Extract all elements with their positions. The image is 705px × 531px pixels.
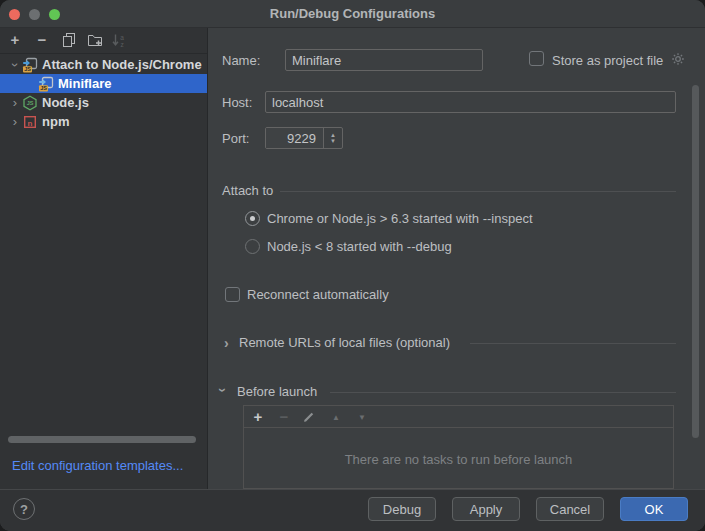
store-as-project-file-checkbox[interactable] [529, 51, 544, 66]
port-label: Port: [222, 131, 249, 146]
apply-button[interactable]: Apply [452, 497, 520, 521]
plus-icon: + [11, 32, 20, 48]
run-debug-configurations-dialog: Run/Debug Configurations + − [0, 0, 705, 531]
tree-item-label: Miniflare [58, 76, 111, 91]
tree-item-label: Attach to Node.js/Chrome [42, 57, 202, 72]
tree-item-miniflare[interactable]: JS Miniflare [0, 74, 207, 93]
name-input[interactable] [285, 49, 483, 71]
dialog-footer: ? Debug Apply Cancel OK [0, 489, 705, 531]
minus-icon: − [280, 409, 289, 425]
attach-config-icon: JS [22, 57, 38, 73]
name-label: Name: [222, 53, 260, 68]
vertical-scrollbar-thumb[interactable] [692, 85, 699, 438]
section-divider [470, 343, 676, 344]
remote-urls-section-title[interactable]: Remote URLs of local files (optional) [239, 335, 450, 350]
reconnect-automatically-row[interactable]: Reconnect automatically [225, 285, 389, 303]
configurations-tree: › JS Attach to Node.js/Chrome [0, 55, 207, 131]
section-divider [280, 191, 676, 192]
before-launch-panel: + − ▲ ▼ [243, 405, 674, 489]
reconnect-automatically-label: Reconnect automatically [247, 287, 389, 302]
new-folder-icon [87, 32, 103, 48]
add-task-button[interactable]: + [250, 409, 266, 425]
copy-icon [61, 32, 77, 48]
move-task-down-button[interactable]: ▼ [354, 409, 370, 425]
chevron-right-icon[interactable]: › [8, 96, 22, 110]
section-divider [330, 392, 676, 393]
arrow-up-icon: ▲ [332, 413, 340, 422]
port-stepper[interactable]: ▲ ▼ [323, 128, 342, 148]
store-as-project-file-label: Store as project file [552, 53, 663, 68]
help-button[interactable]: ? [13, 498, 35, 520]
before-launch-section-title[interactable]: Before launch [237, 384, 317, 399]
plus-icon: + [254, 409, 263, 425]
edit-configuration-templates-link[interactable]: Edit configuration templates... [12, 458, 183, 473]
radio-option-debug[interactable]: Node.js < 8 started with --debug [245, 237, 452, 255]
configurations-sidebar: + − [0, 28, 208, 489]
radio-selected-icon[interactable] [245, 211, 260, 226]
tree-item-nodejs[interactable]: › JS Node.js [2, 93, 207, 112]
chevron-right-icon[interactable]: › [8, 115, 22, 129]
nodejs-icon: JS [22, 95, 38, 111]
radio-unselected-icon[interactable] [245, 239, 260, 254]
host-label: Host: [222, 95, 252, 110]
add-configuration-button[interactable]: + [7, 32, 23, 48]
svg-text:n: n [28, 118, 33, 127]
svg-text:a: a [120, 34, 124, 41]
svg-text:JS: JS [27, 100, 34, 106]
new-folder-button[interactable] [87, 32, 103, 48]
port-input[interactable] [266, 128, 323, 148]
titlebar: Run/Debug Configurations [0, 0, 705, 28]
horizontal-scrollbar-thumb[interactable] [8, 436, 196, 443]
cancel-button[interactable]: Cancel [536, 497, 604, 521]
radio-label: Node.js < 8 started with --debug [267, 239, 452, 254]
tree-item-attach-to-nodejs-chrome[interactable]: › JS Attach to Node.js/Chrome [2, 55, 207, 74]
debug-button[interactable]: Debug [368, 497, 436, 521]
tree-item-label: npm [42, 114, 69, 129]
reconnect-automatically-checkbox[interactable] [225, 287, 240, 302]
edit-task-button[interactable] [302, 409, 318, 425]
svg-text:JS: JS [40, 85, 47, 91]
radio-label: Chrome or Node.js > 6.3 started with --i… [267, 211, 533, 226]
tree-item-npm[interactable]: › n npm [2, 112, 207, 131]
question-mark-icon: ? [20, 502, 28, 517]
pencil-icon [303, 410, 317, 424]
remove-configuration-button[interactable]: − [34, 32, 50, 48]
ok-button[interactable]: OK [620, 497, 688, 521]
svg-text:z: z [120, 41, 123, 48]
sort-configurations-button[interactable]: a z [111, 32, 127, 48]
remove-task-button[interactable]: − [276, 409, 292, 425]
dialog-title: Run/Debug Configurations [0, 6, 705, 21]
sidebar-toolbar: + − [0, 28, 207, 54]
sort-alphabetically-icon: a z [111, 32, 127, 48]
chevron-down-icon[interactable]: › [8, 58, 22, 72]
store-settings-gear-icon[interactable] [671, 52, 685, 66]
host-input[interactable] [265, 91, 676, 113]
copy-configuration-button[interactable] [61, 32, 77, 48]
attach-to-section-title: Attach to [222, 183, 273, 198]
chevron-down-icon[interactable]: › [221, 383, 226, 397]
move-task-up-button[interactable]: ▲ [328, 409, 344, 425]
tree-item-label: Node.js [42, 95, 89, 110]
configuration-settings-panel: Name: Store as project file Host: Port: … [208, 28, 705, 489]
radio-option-inspect[interactable]: Chrome or Node.js > 6.3 started with --i… [245, 209, 533, 227]
minus-icon: − [38, 32, 47, 48]
arrow-down-icon: ▼ [358, 413, 366, 422]
chevron-right-icon[interactable]: › [224, 336, 229, 350]
npm-icon: n [22, 114, 38, 130]
before-launch-toolbar: + − ▲ ▼ [244, 406, 673, 428]
stepper-down-icon[interactable]: ▼ [330, 138, 336, 144]
svg-text:JS: JS [24, 66, 31, 72]
no-tasks-message: There are no tasks to run before launch [244, 452, 673, 467]
port-spinner-field: ▲ ▼ [265, 127, 343, 149]
attach-config-icon: JS [38, 76, 54, 92]
